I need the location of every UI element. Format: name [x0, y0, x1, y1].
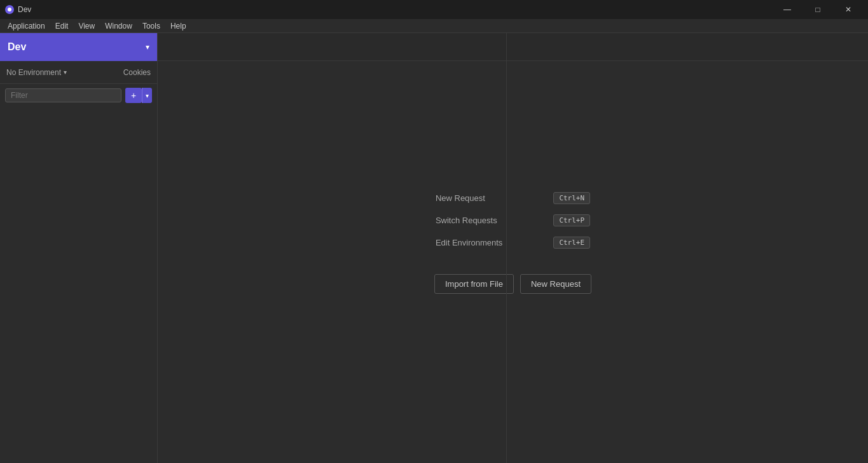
menu-application[interactable]: Application: [3, 20, 50, 32]
vertical-divider: [506, 33, 507, 463]
center-content: New Request Ctrl+N Switch Requests Ctrl+…: [158, 61, 868, 463]
sidebar-filter-row: + ▾: [0, 84, 157, 107]
action-buttons: Import from File New Request: [434, 274, 591, 294]
menu-window[interactable]: Window: [100, 20, 137, 32]
menu-help[interactable]: Help: [165, 20, 191, 32]
shortcut-list: New Request Ctrl+N Switch Requests Ctrl+…: [436, 192, 590, 249]
import-from-file-button[interactable]: Import from File: [434, 274, 514, 294]
title-bar-left: Dev: [5, 5, 31, 14]
shortcut-row-new-request: New Request Ctrl+N: [436, 192, 590, 204]
shortcut-label-edit-environments: Edit Environments: [436, 238, 503, 247]
sidebar-title: Dev: [8, 41, 26, 53]
menu-edit[interactable]: Edit: [50, 20, 74, 32]
filter-input[interactable]: [5, 88, 121, 102]
shortcut-key-switch-requests: Ctrl+P: [553, 214, 590, 226]
environment-selector[interactable]: No Environment ▾: [6, 68, 67, 77]
content-top-bar: [158, 33, 868, 61]
environment-label: No Environment: [6, 68, 61, 77]
shortcut-row-edit-environments: Edit Environments Ctrl+E: [436, 237, 590, 249]
maximize-button[interactable]: □: [803, 0, 832, 19]
close-button[interactable]: ✕: [834, 0, 863, 19]
add-dropdown-button[interactable]: ▾: [142, 88, 152, 103]
content-area: New Request Ctrl+N Switch Requests Ctrl+…: [158, 33, 868, 463]
menu-bar: Application Edit View Window Tools Help: [0, 19, 868, 33]
sidebar-env-row: No Environment ▾ Cookies: [0, 61, 157, 84]
title-bar: Dev — □ ✕: [0, 0, 868, 19]
title-bar-controls: — □ ✕: [773, 0, 863, 19]
shortcut-key-edit-environments: Ctrl+E: [553, 237, 590, 249]
menu-tools[interactable]: Tools: [137, 20, 165, 32]
shortcut-label-switch-requests: Switch Requests: [436, 216, 497, 225]
new-request-button[interactable]: New Request: [520, 274, 591, 294]
add-button[interactable]: +: [125, 88, 142, 103]
sidebar: Dev ▾ No Environment ▾ Cookies + ▾: [0, 33, 158, 463]
app-icon: [5, 5, 14, 14]
shortcut-label-new-request: New Request: [436, 193, 485, 203]
sidebar-header: Dev ▾: [0, 33, 157, 61]
add-button-group: + ▾: [125, 88, 152, 103]
cookies-button[interactable]: Cookies: [123, 68, 151, 77]
shortcut-key-new-request: Ctrl+N: [553, 192, 590, 204]
main-layout: Dev ▾ No Environment ▾ Cookies + ▾: [0, 33, 868, 463]
minimize-button[interactable]: —: [773, 0, 802, 19]
menu-view[interactable]: View: [73, 20, 100, 32]
title-bar-title: Dev: [18, 5, 31, 14]
environment-chevron-icon: ▾: [64, 69, 67, 76]
shortcut-row-switch-requests: Switch Requests Ctrl+P: [436, 214, 590, 226]
sidebar-chevron-icon[interactable]: ▾: [146, 43, 149, 52]
